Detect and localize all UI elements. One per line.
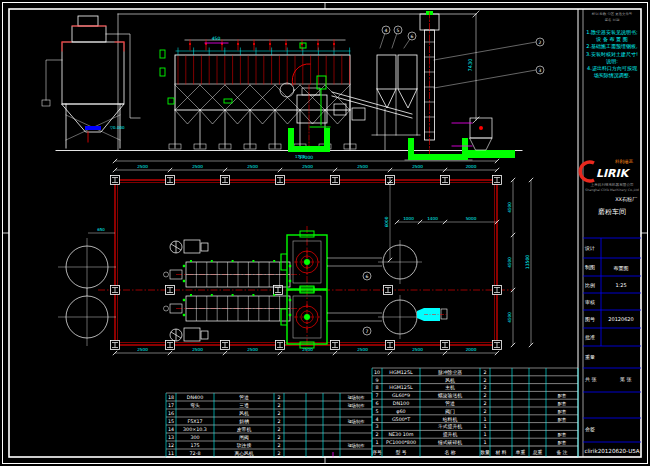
dim-label: 2500: [412, 164, 423, 169]
bom-cell: 8: [375, 385, 378, 390]
bom-header: 序号: [372, 449, 382, 455]
field-sheet2: 第 张: [620, 376, 632, 383]
green-marker: [232, 294, 234, 296]
dim-label: 2500: [192, 164, 203, 169]
field-countersign: 会签: [585, 426, 595, 433]
elev-height-dim: 7430: [467, 59, 473, 72]
note-line: 4.进出料口方向可按现: [587, 65, 638, 72]
note-line: 3.安装时核对土建尺寸!: [586, 51, 638, 58]
bom-cell: 现场制作: [348, 403, 366, 409]
bom-cell: 11: [168, 451, 174, 456]
bom-cell: F5X17: [187, 419, 202, 424]
bom-cell: 1: [483, 432, 486, 437]
elev-top-note: 450: [212, 36, 221, 41]
field-sheet: 共 张: [585, 376, 597, 383]
cyclone-collector: [42, 16, 140, 148]
green-marker: [289, 265, 291, 267]
bom-cell: 72-8: [190, 451, 201, 456]
bom-cell: 风机: [239, 411, 249, 416]
elevator-pit: [408, 138, 468, 160]
bom-cell: 10: [374, 370, 380, 375]
hopper-v: [175, 110, 200, 124]
field-weight: 重量: [585, 354, 595, 360]
bom-table-left: 18DN400管道2现场制作17弯头三通2现场制作16风机215F5X17斜槽2…: [166, 393, 372, 457]
logo-text: LIRIK: [596, 167, 631, 180]
note-line: 场实际情况调整.: [594, 72, 631, 79]
hoppers-elevation: [372, 30, 420, 135]
dim-label: 2500: [302, 347, 313, 352]
bom-header: 总重: [533, 449, 543, 455]
plan-view: 650 2500250025002500: [58, 155, 533, 458]
dim-label: 2500: [192, 347, 203, 352]
green-marker: [211, 294, 213, 296]
dim-label: 4500: [507, 202, 512, 213]
bom-cell: 12: [168, 443, 174, 448]
clirik-logo: LIRIK 科利瑞克 上海科利瑞克机器有限公司 Shanghai Clirik …: [580, 159, 639, 192]
bom-cell: 2: [277, 435, 280, 440]
bom-cell: 2: [483, 409, 486, 414]
balloon-number: 6: [411, 34, 414, 39]
bom-cell: 1: [483, 424, 486, 429]
plan-fans: [170, 240, 208, 341]
bom-header: 名 称: [444, 450, 455, 456]
green-marker: [289, 280, 291, 282]
logo-address-2: Shanghai Clirik Machinery Co.,Ltd: [585, 188, 639, 192]
title-small-text: 标记 处数 分区 更改文件号: [591, 11, 633, 16]
green-marker: [289, 314, 291, 316]
bom-cell: 提升机: [443, 431, 458, 438]
bom-cell: 离心风机: [234, 450, 253, 456]
bom-cell: 4: [375, 417, 378, 422]
pulse-valve: [237, 43, 239, 45]
green-marker: [183, 265, 185, 267]
bom-cell: 2: [483, 401, 486, 406]
bom-header: 型 号: [395, 449, 406, 455]
bom-cell: 2: [277, 427, 280, 432]
bom-cell: 皮带机: [237, 427, 252, 433]
dim-label: 2500: [137, 164, 148, 169]
bom-cell: DN100: [393, 401, 409, 406]
balloon-number: 2: [539, 40, 542, 45]
feed-port: [164, 272, 169, 277]
field-no-label: 图号: [585, 316, 595, 323]
workshop-title: 磨粉车间: [598, 208, 626, 216]
dim-label: 2000: [466, 347, 477, 352]
bom-cell: 配套: [558, 417, 566, 423]
title-block: 标记 处数 分区 更改文件号签名 日期1.除尘器安装见说明书;设 备 布 置 图…: [580, 11, 641, 454]
bom-cell: 2: [483, 370, 486, 375]
bom-cell: 管道: [445, 400, 455, 407]
dim-label: 2500: [412, 347, 423, 352]
dim-label: 1400: [427, 216, 438, 221]
title-small-text: 签名 日期: [605, 18, 620, 22]
field-draft: 制图: [585, 264, 595, 271]
dim-label: 1000: [403, 216, 414, 221]
dim-label: 4500: [507, 257, 512, 268]
cad-drawing-sheet: 7430 450 ▽0.000 1700 650: [0, 0, 650, 466]
mill-center: [304, 259, 310, 265]
bom-cell: 2: [277, 403, 280, 408]
bom-cell: 2: [277, 395, 280, 400]
green-marker: [232, 260, 234, 262]
dim-label: 6000: [384, 216, 389, 227]
bom-cell: 脉冲除尘器: [438, 369, 462, 376]
elevation-dimensions: 7430 450 ▽0.000 1700: [110, 11, 479, 159]
bom-cell: 16: [168, 411, 174, 416]
field-labels: 设计 制图 布置图 比例 1:25 审核 图号 20120620 批准 重量 共…: [584, 245, 634, 433]
pulse-valve: [285, 43, 287, 45]
bom-cell: 18: [168, 395, 174, 400]
balloon-number: 6: [366, 274, 369, 279]
bom-cell: 1: [375, 440, 378, 445]
mill-inlet: [281, 309, 287, 325]
note-line: 说明:: [605, 58, 618, 65]
note-line: 1.除尘器安装见说明书;: [586, 29, 638, 36]
field-design: 设计: [584, 245, 595, 251]
bom-cell: 5: [375, 409, 378, 414]
bom-cell: φ60: [396, 409, 405, 414]
bom-header: 备 注: [556, 449, 567, 456]
bom-cell: 主机: [445, 384, 455, 390]
bom-cell: 现场制作: [348, 419, 366, 425]
green-marker: [183, 314, 185, 316]
bom-cell: 3: [375, 424, 378, 429]
bom-cell: DN400: [187, 395, 203, 400]
bom-cell: 配套: [558, 440, 566, 446]
hopper-v: [225, 110, 250, 124]
